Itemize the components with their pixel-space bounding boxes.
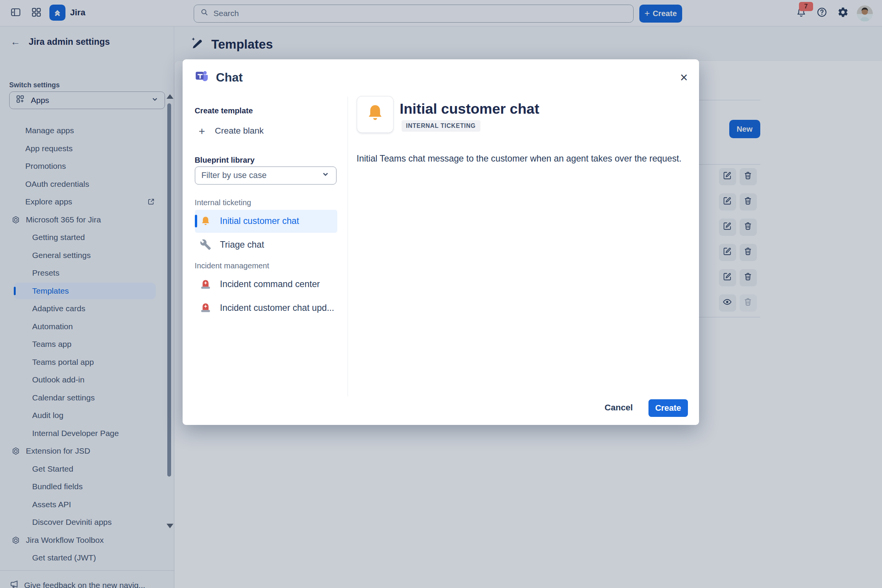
blueprint-item-initial-customer-chat[interactable]: Initial customer chat (195, 210, 337, 233)
modal-title: Chat (216, 70, 243, 85)
selected-indicator (195, 215, 197, 227)
blueprint-item-incident-command-center[interactable]: Incident command center (195, 273, 337, 296)
chevron-down-icon (321, 170, 330, 181)
siren-icon (200, 302, 211, 314)
app-window: Jira + Create 7 ← Jira admin settings Sw… (0, 0, 882, 588)
ms-teams-icon (195, 69, 210, 86)
bell-icon (365, 103, 385, 126)
blueprint-item-incident-customer-chat-upd[interactable]: Incident customer chat upd... (195, 296, 337, 319)
filter-select-value: Filter by use case (201, 170, 321, 180)
filter-by-use-case-select[interactable]: Filter by use case (195, 167, 337, 185)
chat-templates-modal: Chat × Create template + Create blank Bl… (183, 59, 699, 425)
blueprint-group-label: Incident management (195, 259, 337, 273)
template-title: Initial customer chat (400, 101, 539, 117)
divider (348, 96, 348, 396)
blueprint-item-label: Triage chat (220, 240, 264, 250)
blueprint-item-label: Incident command center (220, 279, 320, 289)
blueprint-item-label: Incident customer chat upd... (220, 303, 335, 313)
create-blank-button[interactable]: + Create blank (195, 122, 337, 140)
template-category-badge: INTERNAL TICKETING (402, 120, 480, 132)
blueprint-library-label: Blueprint library (195, 156, 255, 165)
cancel-button[interactable]: Cancel (599, 399, 639, 416)
blueprint-item-label: Initial customer chat (220, 216, 299, 226)
blueprint-item-triage-chat[interactable]: Triage chat (195, 233, 337, 256)
wrench-icon (200, 239, 211, 250)
bell-icon (200, 216, 211, 227)
create-blank-label: Create blank (215, 126, 264, 136)
siren-icon (200, 279, 211, 290)
create-template-label: Create template (195, 106, 253, 115)
template-icon-card (357, 96, 394, 133)
blueprint-group-label: Internal ticketing (195, 196, 337, 210)
template-description: Initial Teams chat message to the custom… (357, 152, 691, 165)
blueprint-list: Internal ticketingInitial customer chatT… (195, 196, 337, 320)
plus-icon: + (195, 125, 205, 137)
create-template-button[interactable]: Create (648, 399, 688, 417)
close-icon[interactable]: × (675, 69, 693, 87)
